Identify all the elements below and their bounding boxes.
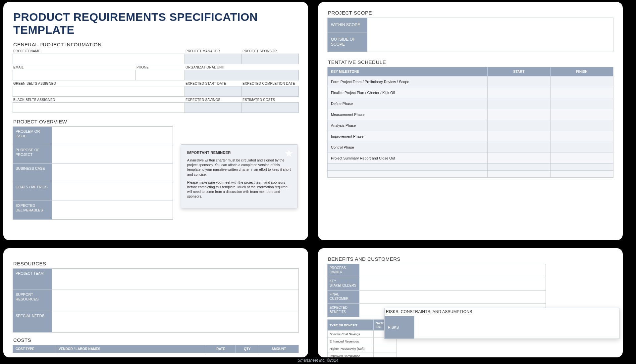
overview-table: PROBLEM OR ISSUE PURPOSE OF PROJECT BUSI… [13,126,173,220]
field-estimated-costs[interactable] [242,102,299,113]
reminder-p1: A narrative written charter must be circ… [187,158,291,177]
gi-black-belts: BLACK BELTS ASSIGNED [13,98,185,113]
lbl-project-sponsor: PROJECT SPONSOR [242,49,299,54]
sched-col-finish: FINISH [551,67,613,76]
risks-row1-l: RISKS [385,316,414,339]
sched-body: Form Project Team / Preliminary Review /… [328,76,613,178]
costs-col-rate: RATE [206,345,236,353]
lbl-expected-completion: EXPECTED COMPLETION DATE [242,82,299,86]
gi-expected-completion: EXPECTED COMPLETION DATE [242,82,299,97]
costs-col-type: COST TYPE [13,345,56,353]
gi-project-sponsor: PROJECT SPONSOR [242,49,299,64]
page-top-right: PROJECT SCOPE WITHIN SCOPE OUTSIDE OF SC… [318,2,623,240]
ov-deliv-v[interactable] [52,201,173,219]
btype-r2: Higher Productivity (Soft) [328,345,374,352]
risks-row1-v[interactable] [414,316,619,339]
table-row: Finalize Project Plan / Charter / Kick O… [328,87,613,98]
page-bottom-right: BENEFITS AND CUSTOMERS PROCESS OWNER KEY… [318,248,623,357]
res-support-v[interactable] [52,290,298,311]
gi-row-3: GREEN BELTS ASSIGNED EXPECTED START DATE… [13,82,299,97]
gi-green-belts: GREEN BELTS ASSIGNED [13,82,185,97]
star-icon: ★ [284,147,294,160]
reminder-heading: IMPORTANT REMINDER [187,151,291,155]
ben-owner-l: PROCESS OWNER [328,264,359,277]
field-expected-start[interactable] [185,86,242,97]
ov-purpose-l: PURPOSE OF PROJECT [13,145,52,164]
sched-r2: Define Phase [328,98,488,109]
sched-r9[interactable] [328,171,488,178]
sched-r8[interactable] [328,164,488,171]
table-row: Define Phase [328,98,613,109]
field-email[interactable] [13,70,136,80]
lbl-expected-savings: EXPECTED SAVINGS [185,98,242,102]
field-expected-completion[interactable] [242,86,299,97]
table-row: Higher Productivity (Soft) [328,345,397,352]
lbl-email: EMAIL [13,66,136,70]
btype-r3: Improved Compliance [328,352,374,358]
ov-problem-v[interactable] [52,127,173,145]
gi-expected-savings: EXPECTED SAVINGS [185,98,242,113]
table-row: Measurement Phase [328,109,613,120]
btype-col-type: TYPE OF BENEFIT [328,320,374,331]
gi-expected-start: EXPECTED START DATE [185,82,242,97]
ov-purpose-v[interactable] [52,145,173,164]
table-row: Control Phase [328,142,613,153]
sched-r5: Improvement Phase [328,131,488,142]
field-green-belts[interactable] [13,86,185,97]
sched-r4: Analysis Phase [328,120,488,131]
risks-card: RISKS, CONSTRAINTS, AND ASSUMPTIONS RISK… [384,308,619,339]
ov-deliv-l: EXPECTED DELIVERABLES [13,201,52,219]
lbl-expected-start: EXPECTED START DATE [185,82,242,86]
lbl-org-unit: ORGANIZATIONAL UNIT [185,66,299,70]
costs-heading: COSTS [13,337,299,343]
costs-table: COST TYPE VENDOR / LABOR NAMES RATE QTY … [13,345,299,353]
costs-col-vendor: VENDOR / LABOR NAMES [56,345,206,353]
scope-values[interactable] [367,18,613,52]
resources-heading: RESOURCES [13,261,299,266]
scope-outside-l: OUTSIDE OF SCOPE [328,32,367,52]
lbl-green-belts: GREEN BELTS ASSIGNED [13,82,185,86]
res-team-l: PROJECT TEAM [13,269,52,290]
page-top-left: PRODUCT REQUIREMENTS SPECIFICATION TEMPL… [3,2,308,240]
ben-final-v[interactable] [359,291,546,304]
page-bottom-left: RESOURCES PROJECT TEAM SUPPORT RESOURCES… [3,248,308,357]
benefits-heading: BENEFITS AND CUSTOMERS [328,256,613,262]
ben-owner-v[interactable] [359,264,546,277]
ov-problem-l: PROBLEM OR ISSUE [13,127,52,145]
gi-project-manager: PROJECT MANAGER [185,49,242,64]
ben-final-l: FINAL CUSTOMER [328,291,359,304]
field-project-manager[interactable] [185,54,242,64]
lbl-estimated-costs: ESTIMATED COSTS [242,98,299,102]
scope-within-l: WITHIN SCOPE [328,18,367,32]
field-black-belts[interactable] [13,102,185,113]
field-project-sponsor[interactable] [242,54,299,64]
field-project-name[interactable] [13,54,185,64]
lbl-phone: PHONE [136,66,185,70]
res-special-l: SPECIAL NEEDS [13,311,52,332]
ov-bcase-v[interactable] [52,164,173,182]
ben-stake-l: KEY STAKEHOLDERS [328,277,359,291]
table-row: Improved Compliance [328,352,397,358]
reminder-card: ★ IMPORTANT REMINDER A narrative written… [181,144,297,208]
lbl-black-belts: BLACK BELTS ASSIGNED [13,98,185,102]
lbl-project-name: PROJECT NAME [13,49,185,54]
doc-title: PRODUCT REQUIREMENTS SPECIFICATION TEMPL… [13,11,299,36]
table-row: Analysis Phase [328,120,613,131]
res-team-v[interactable] [52,269,298,290]
costs-col-amount: AMOUNT [259,345,299,353]
ov-bcase-l: BUSINESS CASE [13,164,52,182]
overview-heading: PROJECT OVERVIEW [13,119,299,124]
costs-col-qty: QTY [236,345,259,353]
resources-table: PROJECT TEAM SUPPORT RESOURCES SPECIAL N… [13,268,299,333]
table-row [328,171,613,178]
field-expected-savings[interactable] [185,102,242,113]
field-phone[interactable] [136,70,185,80]
res-special-v[interactable] [52,311,298,332]
table-row: Form Project Team / Preliminary Review /… [328,76,613,87]
gi-email: EMAIL [13,66,136,80]
gi-project-name: PROJECT NAME [13,49,185,64]
ov-goals-v[interactable] [52,182,173,201]
ben-expect-l: EXPECTED BENEFITS [328,304,359,317]
ben-stake-v[interactable] [359,277,546,291]
field-org-unit[interactable] [185,70,299,80]
